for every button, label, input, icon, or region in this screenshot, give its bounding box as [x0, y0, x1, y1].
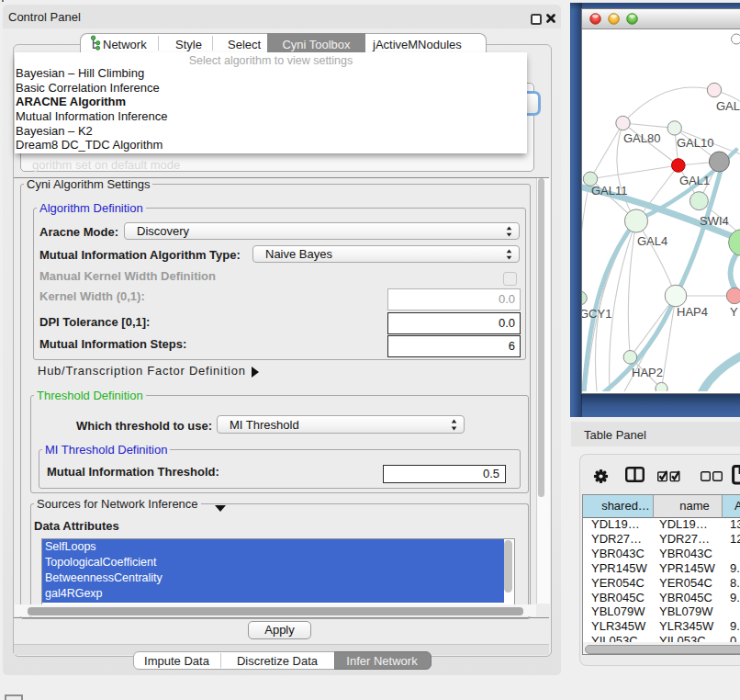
svg-text:SWI4: SWI4 — [700, 214, 729, 228]
svg-text:GAL4: GAL4 — [637, 234, 667, 248]
svg-text:Y: Y — [730, 305, 738, 319]
svg-text:HAP2: HAP2 — [632, 366, 663, 379]
svg-text:GAL80: GAL80 — [623, 131, 660, 145]
svg-text:GAL7: GAL7 — [716, 99, 740, 113]
svg-text:GCY1: GCY1 — [582, 307, 611, 321]
svg-text:HAP4: HAP4 — [677, 305, 708, 319]
svg-text:GAL10: GAL10 — [677, 136, 713, 150]
svg-text:GAL1: GAL1 — [679, 174, 710, 187]
svg-text:GAL11: GAL11 — [591, 184, 628, 198]
